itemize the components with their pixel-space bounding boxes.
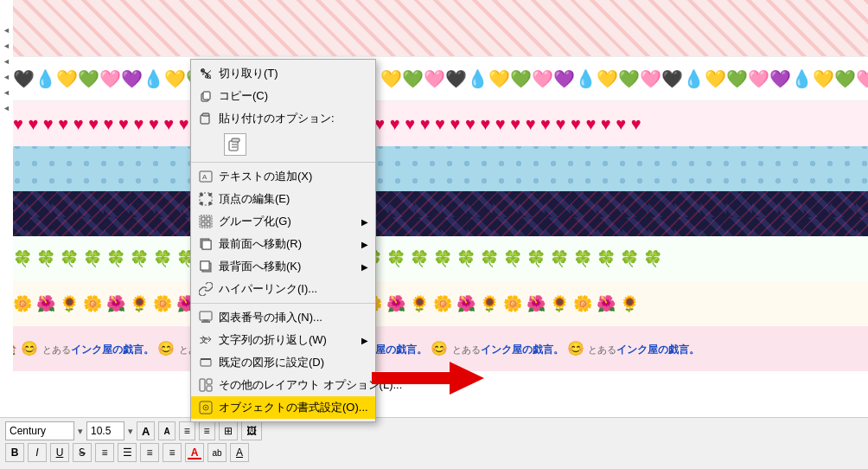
svg-rect-30 xyxy=(200,312,212,320)
menu-item-format-object-label: オブジェクトの書式設定(O)... xyxy=(219,400,368,415)
strip-hearts: ♥ ♥ ♥ ♥ ♥ ♥ ♥ ♥ ♥ ♥ ♥ ♥ ♥ ♥ ♥ ♥ ♥ ♥ ♥ ♥ … xyxy=(0,101,868,146)
menu-item-copy-label: コピー(C) xyxy=(219,88,368,104)
image-button[interactable]: 🖼 xyxy=(241,421,262,440)
submenu-arrow-bring: ▶ xyxy=(361,240,368,249)
toolbar-row-2: B I U S̶ ≡ ☰ ≡ ≡ A ab A xyxy=(5,443,863,462)
svg-text:文: 文 xyxy=(200,336,207,344)
menu-item-default-shape[interactable]: 既定の図形に設定(D) xyxy=(191,351,375,374)
submenu-arrow-send: ▶ xyxy=(361,262,368,272)
strip-drops: 🖤💧💛💚🩷💜💧💛💚🩷🖤💧💛💚🩷💜💧💛💚🩷🖤💧💛💚🩷💜💧💛💚🩷🖤💧💛💚🩷💜💧💛💚🩷… xyxy=(0,56,868,101)
svg-rect-29 xyxy=(201,261,209,270)
align2-button[interactable]: ☰ xyxy=(118,443,137,462)
toolbar-row-1: ▾ ▾ A A ≡ ≡ ⊞ 🖼 xyxy=(5,421,863,440)
align-right-button[interactable]: ≡ xyxy=(199,421,215,440)
svg-rect-22 xyxy=(201,222,205,226)
font-name-input[interactable] xyxy=(5,421,74,440)
menu-item-edit-vertices[interactable]: 頂点の編集(E) xyxy=(191,188,375,210)
svg-point-42 xyxy=(205,407,207,408)
menu-item-bring-forward[interactable]: 最前面へ移動(R) ▶ xyxy=(191,233,375,255)
menu-item-bring-forward-label: 最前面へ移動(R) xyxy=(219,236,354,252)
context-menu: 切り取り(T) コピー(C) 貼り付けのオプション: A テキストの追加(X) … xyxy=(190,59,376,422)
underline-button[interactable]: U xyxy=(50,443,69,462)
menu-item-format-object[interactable]: オブジェクトの書式設定(O)... xyxy=(191,396,375,419)
format-icon xyxy=(196,401,215,414)
layout-icon xyxy=(196,378,215,392)
group-icon xyxy=(196,215,215,228)
menu-item-caption-label: 図表番号の挿入(N)... xyxy=(219,310,368,325)
svg-point-15 xyxy=(200,193,203,196)
svg-rect-26 xyxy=(202,241,211,249)
red-arrow xyxy=(372,362,484,398)
svg-marker-43 xyxy=(372,362,484,395)
strip-bluedots xyxy=(0,146,868,191)
highlight-button[interactable]: ab xyxy=(207,443,227,462)
align1-button[interactable]: ≡ xyxy=(95,443,114,462)
shape-icon xyxy=(196,356,215,369)
menu-item-paste-options: 貼り付けのオプション: xyxy=(191,107,375,130)
svg-rect-37 xyxy=(200,379,205,391)
underline2-button[interactable]: A xyxy=(230,443,249,462)
left-margin: ◄ ◄ ◄ ◄ ◄ ◄ xyxy=(0,0,13,372)
bold-button[interactable]: B xyxy=(5,443,24,462)
svg-rect-35 xyxy=(201,359,211,366)
menu-item-paste-btn-row xyxy=(191,130,375,159)
strip-plaid xyxy=(0,191,868,236)
caption-icon xyxy=(196,311,215,324)
hyperlink-icon xyxy=(196,282,215,296)
menu-item-cut-label: 切り取り(T) xyxy=(219,66,368,81)
italic-button[interactable]: I xyxy=(28,443,47,462)
menu-item-edit-vertices-label: 頂点の編集(E) xyxy=(219,191,368,207)
menu-item-copy[interactable]: コピー(C) xyxy=(191,85,375,107)
svg-rect-38 xyxy=(207,379,212,384)
strip-flowers: 🌼 🌺 🌻 🌼 🌺 🌻 🌼 🌺 🌻 🌼 🌺 🌻 🌼 🌺 🌻 🌼 🌺 🌻 🌼 🌺 … xyxy=(0,281,868,326)
svg-rect-7 xyxy=(202,113,209,116)
bring-forward-icon xyxy=(196,237,215,251)
submenu-arrow-textdir: ▶ xyxy=(361,336,368,345)
font-size-input[interactable] xyxy=(86,421,124,440)
table-button[interactable]: ⊞ xyxy=(219,421,238,440)
font-size-dropdown[interactable]: ▾ xyxy=(128,426,133,437)
menu-item-grouping[interactable]: グループ化(G) ▶ xyxy=(191,210,375,233)
strikethrough-button[interactable]: S̶ xyxy=(73,443,92,462)
paste-option-button[interactable] xyxy=(224,133,246,156)
strip-top xyxy=(0,0,868,56)
menu-item-send-backward-label: 最背面へ移動(K) xyxy=(219,259,354,274)
menu-item-paste-label: 貼り付けのオプション: xyxy=(219,111,368,126)
separator-2 xyxy=(191,303,375,304)
strip-clovers: 🍀 🍀 🍀 🍀 🍀 🍀 🍀 🍀 🍀 🍀 🍀 🍀 🍀 🍀 🍀 🍀 🍀 🍀 🍀 🍀 … xyxy=(0,236,868,281)
svg-rect-9 xyxy=(232,138,239,142)
svg-text:A: A xyxy=(202,173,207,181)
menu-item-add-text[interactable]: A テキストの追加(X) xyxy=(191,165,375,188)
svg-point-17 xyxy=(208,202,212,205)
menu-item-insert-caption[interactable]: 図表番号の挿入(N)... xyxy=(191,306,375,329)
svg-rect-20 xyxy=(201,217,205,221)
menu-item-cut[interactable]: 切り取り(T) xyxy=(191,62,375,85)
menu-item-text-dir-label: 文字列の折り返し(W) xyxy=(219,332,354,348)
text-dir-icon: 文 xyxy=(196,333,215,347)
align4-button[interactable]: ≡ xyxy=(163,443,182,462)
menu-item-hyperlink-label: ハイパーリンク(I)... xyxy=(219,281,368,297)
separator-1 xyxy=(191,162,375,163)
svg-line-3 xyxy=(207,71,212,75)
svg-rect-5 xyxy=(203,92,210,100)
menu-item-send-backward[interactable]: 最背面へ移動(K) ▶ xyxy=(191,255,375,278)
menu-item-text-direction[interactable]: 文 文字列の折り返し(W) ▶ xyxy=(191,329,375,351)
scissors-icon xyxy=(196,67,215,80)
svg-rect-23 xyxy=(207,222,210,226)
svg-rect-8 xyxy=(229,141,238,151)
menu-item-grouping-label: グループ化(G) xyxy=(219,214,354,229)
align-left-button[interactable]: ≡ xyxy=(179,421,195,440)
decrease-font-button[interactable]: A xyxy=(158,421,175,440)
text-icon: A xyxy=(196,170,215,183)
font-name-dropdown[interactable]: ▾ xyxy=(78,426,83,437)
menu-item-layout-options[interactable]: その他のレイアウト オプション(L)... xyxy=(191,374,375,396)
font-color-button[interactable]: A xyxy=(185,443,204,462)
increase-font-button[interactable]: A xyxy=(137,421,155,440)
menu-item-hyperlink[interactable]: ハイパーリンク(I)... xyxy=(191,278,375,300)
bottom-toolbar: ▾ ▾ A A ≡ ≡ ⊞ 🖼 B I U S̶ ≡ ☰ ≡ ≡ A ab A xyxy=(0,417,868,469)
svg-point-16 xyxy=(208,193,212,196)
svg-rect-39 xyxy=(207,386,212,391)
svg-point-18 xyxy=(200,202,203,205)
send-backward-icon xyxy=(196,260,215,273)
align3-button[interactable]: ≡ xyxy=(140,443,159,462)
